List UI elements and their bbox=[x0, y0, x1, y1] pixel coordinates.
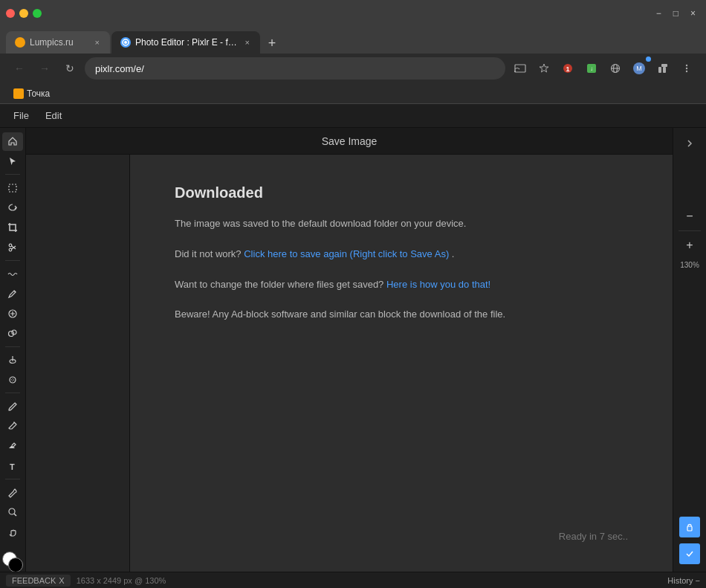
tool-crop[interactable] bbox=[2, 219, 23, 237]
tool-heal[interactable] bbox=[2, 305, 23, 323]
tab-favicon-lumpics bbox=[15, 37, 25, 48]
tool-select[interactable] bbox=[2, 178, 23, 197]
window-close-btn[interactable] bbox=[6, 9, 15, 18]
browser-chrome: − □ × Lumpics.ru × Photo Editor : Pixlr … bbox=[0, 0, 706, 104]
modal-folder-link[interactable]: Here is how you do that! bbox=[386, 279, 490, 290]
nav-bar: ← → ↻ 1 ↓ M bbox=[0, 54, 706, 83]
modal-header: Save Image bbox=[26, 128, 673, 155]
bookmark-tochka[interactable]: Точка bbox=[9, 87, 54, 100]
tool-arrow[interactable] bbox=[2, 152, 23, 171]
modal-paragraph3-prefix: Want to change the folder where files ge… bbox=[175, 279, 383, 290]
history-button[interactable]: History − bbox=[667, 576, 700, 585]
profile-icon-btn[interactable]: M bbox=[629, 58, 650, 79]
tool-separator-1 bbox=[5, 174, 20, 175]
translate-icon-btn[interactable] bbox=[605, 58, 626, 79]
svg-rect-14 bbox=[658, 67, 661, 73]
tab-close-pixlr[interactable]: × bbox=[244, 36, 251, 48]
check-btn[interactable] bbox=[679, 543, 700, 564]
modal-paragraph1: The image was saved to the default downl… bbox=[175, 216, 628, 232]
canvas-area: W: 1633 H: 2449 Save Image bbox=[26, 128, 673, 572]
zoom-plus-btn[interactable]: + bbox=[679, 234, 701, 256]
tool-home[interactable] bbox=[2, 132, 23, 151]
tab-favicon-pixlr bbox=[120, 37, 131, 48]
tool-sharpen[interactable] bbox=[2, 371, 23, 390]
modal-title: Save Image bbox=[322, 135, 378, 147]
tab-lumpics[interactable]: Lumpics.ru × bbox=[6, 31, 110, 54]
tab-title-pixlr: Photo Editor : Pixlr E - free image... bbox=[135, 37, 239, 48]
tool-clone[interactable] bbox=[2, 324, 23, 343]
extensions-icon-btn[interactable] bbox=[652, 58, 673, 79]
tool-scissors[interactable] bbox=[2, 239, 23, 257]
reload-button[interactable]: ↻ bbox=[59, 58, 80, 79]
svg-rect-15 bbox=[661, 64, 667, 67]
modal-overlay: Save Image Downloaded The image was save… bbox=[26, 128, 673, 572]
modal-paragraph2-suffix: . bbox=[452, 248, 455, 259]
window-minimize-btn[interactable] bbox=[19, 9, 28, 18]
zoom-label: 130% bbox=[680, 261, 699, 269]
color-tools bbox=[2, 549, 23, 567]
tool-lasso[interactable] bbox=[2, 198, 23, 217]
svg-rect-33 bbox=[687, 526, 692, 531]
bookmark-star-btn[interactable] bbox=[534, 58, 554, 79]
win-min-button[interactable]: − bbox=[652, 7, 666, 20]
tool-fill[interactable] bbox=[2, 437, 23, 456]
svg-text:1: 1 bbox=[566, 65, 569, 73]
svg-point-19 bbox=[686, 71, 687, 72]
svg-point-29 bbox=[12, 379, 14, 381]
title-bar: − □ × bbox=[0, 0, 706, 27]
zoom-minus-btn[interactable]: − bbox=[679, 205, 701, 227]
tool-wave[interactable] bbox=[2, 265, 23, 283]
modal-left-panel bbox=[26, 155, 130, 572]
modal-paragraph3: Want to change the folder where files ge… bbox=[175, 277, 628, 293]
tab-title-lumpics: Lumpics.ru bbox=[30, 37, 89, 48]
menu-icon-btn[interactable] bbox=[676, 58, 697, 79]
back-button[interactable]: ← bbox=[9, 58, 30, 79]
background-color[interactable] bbox=[8, 558, 23, 572]
svg-point-28 bbox=[10, 377, 16, 383]
app-container: File Edit bbox=[0, 104, 706, 588]
tool-separator-3 bbox=[5, 346, 20, 347]
svg-text:T: T bbox=[10, 462, 15, 471]
svg-point-18 bbox=[686, 68, 687, 69]
svg-rect-16 bbox=[663, 67, 666, 73]
right-panel-toggle[interactable] bbox=[679, 132, 701, 155]
modal-paragraph2: Did it not work? Click here to save agai… bbox=[175, 247, 628, 262]
status-bar: FEEDBACK X 1633 x 2449 px @ 130% History… bbox=[0, 572, 706, 588]
new-tab-button[interactable]: + bbox=[262, 33, 282, 54]
tab-close-lumpics[interactable]: × bbox=[94, 36, 101, 48]
history-minus-icon: − bbox=[696, 576, 700, 585]
win-close-button[interactable]: × bbox=[686, 7, 700, 20]
tool-separator-2 bbox=[5, 260, 20, 261]
antivirus-icon-btn[interactable]: 1 bbox=[557, 58, 578, 79]
modal-footer: Ready in 7 sec.. bbox=[175, 516, 628, 542]
tool-hand[interactable] bbox=[2, 523, 23, 542]
cast-icon-btn[interactable] bbox=[510, 58, 531, 79]
tool-brush[interactable] bbox=[2, 397, 23, 416]
tool-text[interactable]: T bbox=[2, 457, 23, 476]
window-maximize-btn[interactable] bbox=[33, 9, 42, 18]
left-toolbar: T bbox=[0, 128, 26, 572]
modal-paragraph2-prefix: Did it not work? bbox=[175, 248, 242, 259]
svg-line-32 bbox=[14, 514, 16, 516]
feedback-close-icon[interactable]: X bbox=[59, 576, 64, 585]
menu-file[interactable]: File bbox=[6, 107, 36, 124]
tool-search[interactable] bbox=[2, 503, 23, 522]
svg-rect-20 bbox=[9, 184, 16, 192]
tool-pencil[interactable] bbox=[2, 285, 23, 303]
tool-eyedropper[interactable] bbox=[2, 483, 23, 502]
tab-pixlr[interactable]: Photo Editor : Pixlr E - free image... × bbox=[111, 31, 260, 54]
lock-btn[interactable] bbox=[679, 517, 700, 537]
modal-downloaded-heading: Downloaded bbox=[175, 184, 628, 201]
tool-dodge[interactable] bbox=[2, 351, 23, 369]
menu-edit[interactable]: Edit bbox=[38, 107, 69, 124]
modal-content: Downloaded The image was saved to the de… bbox=[26, 155, 673, 572]
feedback-button[interactable]: FEEDBACK X bbox=[6, 575, 71, 587]
bookmark-label: Точка bbox=[27, 88, 50, 99]
svg-point-17 bbox=[686, 65, 687, 66]
address-bar[interactable] bbox=[85, 57, 505, 80]
tool-eraser[interactable] bbox=[2, 417, 23, 436]
win-max-button[interactable]: □ bbox=[669, 7, 683, 20]
modal-save-again-link[interactable]: Click here to save again (Right click to… bbox=[244, 248, 449, 259]
download-icon-btn[interactable]: ↓ bbox=[581, 58, 602, 79]
forward-button[interactable]: → bbox=[34, 58, 55, 79]
